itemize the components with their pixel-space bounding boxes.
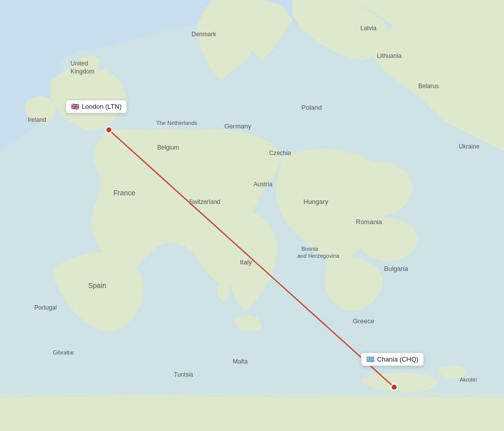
- svg-text:Malta: Malta: [233, 358, 248, 365]
- svg-text:Kingdom: Kingdom: [71, 68, 94, 75]
- svg-text:France: France: [113, 189, 136, 197]
- svg-text:Ireland: Ireland: [28, 116, 46, 123]
- svg-text:Hungary: Hungary: [303, 198, 329, 205]
- svg-text:Portugal: Portugal: [34, 304, 57, 311]
- map-container: Ireland United Kingdom Denmark Latvia Li…: [0, 0, 504, 431]
- svg-text:Gibraltar: Gibraltar: [53, 349, 75, 355]
- svg-text:Tunisia: Tunisia: [174, 371, 194, 378]
- svg-text:Ukraine: Ukraine: [459, 143, 480, 150]
- svg-text:Spain: Spain: [88, 281, 106, 290]
- origin-airport-text: London (LTN): [82, 103, 121, 110]
- svg-text:Bosnia: Bosnia: [301, 246, 319, 252]
- destination-airport-text: Chania (CHQ): [377, 355, 418, 363]
- svg-text:The Netherlands: The Netherlands: [156, 120, 198, 126]
- svg-text:Germany: Germany: [224, 122, 251, 130]
- svg-text:Akrotiri: Akrotiri: [460, 377, 477, 383]
- svg-text:Poland: Poland: [301, 104, 322, 111]
- svg-text:Belgium: Belgium: [157, 144, 179, 151]
- svg-text:Romania: Romania: [356, 218, 383, 226]
- svg-text:Lithuania: Lithuania: [377, 52, 402, 59]
- svg-point-31: [106, 127, 112, 133]
- svg-text:Bulgaria: Bulgaria: [384, 265, 408, 272]
- svg-text:Latvia: Latvia: [360, 25, 376, 32]
- svg-text:Greece: Greece: [353, 317, 374, 325]
- svg-text:Denmark: Denmark: [192, 31, 217, 38]
- svg-point-32: [391, 384, 397, 390]
- origin-flag: 🇬🇧: [71, 103, 79, 110]
- svg-text:and Herzegovina: and Herzegovina: [297, 253, 340, 259]
- svg-text:Italy: Italy: [240, 258, 252, 266]
- svg-text:Czechia: Czechia: [269, 150, 291, 157]
- origin-airport-label: 🇬🇧 London (LTN): [66, 100, 127, 113]
- svg-text:Switzerland: Switzerland: [189, 198, 220, 205]
- svg-text:Austria: Austria: [254, 181, 273, 188]
- destination-flag: 🇬🇷: [366, 355, 374, 363]
- svg-text:Belarus: Belarus: [418, 83, 439, 90]
- destination-airport-label: 🇬🇷 Chania (CHQ): [361, 352, 424, 366]
- svg-text:United: United: [71, 60, 88, 67]
